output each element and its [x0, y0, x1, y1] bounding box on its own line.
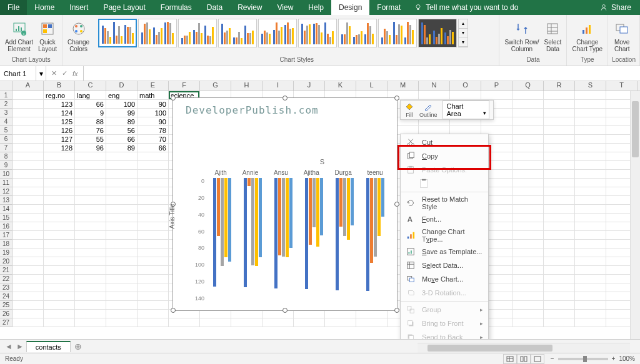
cell[interactable]: [544, 135, 575, 144]
cell[interactable]: [262, 310, 294, 318]
cell[interactable]: [512, 248, 544, 257]
cell[interactable]: [512, 144, 544, 152]
cell[interactable]: [512, 179, 544, 187]
cell[interactable]: [75, 301, 106, 310]
cell[interactable]: reg.no: [44, 91, 75, 100]
cell[interactable]: [106, 205, 138, 214]
cell[interactable]: [512, 283, 544, 292]
cell[interactable]: [419, 91, 450, 100]
cell[interactable]: [75, 196, 106, 205]
row-header[interactable]: 7: [0, 144, 12, 152]
cell[interactable]: 100: [138, 109, 169, 117]
cell[interactable]: [75, 257, 106, 266]
cell[interactable]: [106, 196, 138, 205]
row-header[interactable]: 21: [0, 266, 12, 275]
zoom-in-button[interactable]: +: [612, 355, 616, 362]
cell[interactable]: [106, 187, 138, 196]
view-page-layout-button[interactable]: [517, 354, 531, 364]
cell[interactable]: [138, 283, 169, 292]
row-header[interactable]: 13: [0, 196, 12, 205]
cell[interactable]: [138, 196, 169, 205]
cell[interactable]: [12, 91, 44, 100]
bar[interactable]: [320, 178, 323, 235]
bar[interactable]: [251, 178, 254, 265]
column-header[interactable]: E: [138, 81, 169, 91]
row-header[interactable]: 25: [0, 301, 12, 310]
cell[interactable]: [575, 231, 606, 240]
cell[interactable]: [512, 257, 544, 266]
cell[interactable]: [12, 152, 44, 161]
cell[interactable]: [12, 266, 44, 275]
cell[interactable]: [106, 292, 138, 301]
column-header[interactable]: B: [44, 81, 75, 91]
column-header[interactable]: T: [606, 81, 638, 91]
cell[interactable]: [512, 152, 544, 161]
column-header[interactable]: L: [356, 81, 388, 91]
cell[interactable]: 9: [75, 109, 106, 117]
bar[interactable]: [259, 178, 262, 257]
tab-help[interactable]: Help: [301, 0, 331, 15]
quick-layout-button[interactable]: Quick Layout: [37, 19, 58, 54]
bar[interactable]: [286, 178, 289, 257]
bar[interactable]: [351, 178, 354, 225]
cell[interactable]: [544, 100, 575, 109]
cell[interactable]: [512, 205, 544, 214]
view-normal-button[interactable]: [503, 354, 517, 364]
tab-data[interactable]: Data: [199, 0, 230, 15]
cell[interactable]: [512, 187, 544, 196]
bar-group[interactable]: [274, 178, 292, 302]
chart-object[interactable]: DeveloperPublish.com S Axis Title AjithA…: [172, 97, 398, 311]
cell[interactable]: [575, 91, 606, 100]
cell[interactable]: [12, 170, 44, 179]
column-header[interactable]: R: [544, 81, 575, 91]
switch-row-column-button[interactable]: Switch Row/ Column: [503, 19, 540, 54]
cell[interactable]: [44, 301, 75, 310]
cell[interactable]: [575, 266, 606, 275]
cell[interactable]: 126: [44, 126, 75, 135]
select-data-button[interactable]: Select Data: [542, 19, 562, 54]
cell[interactable]: [12, 292, 44, 301]
chart-style-thumb[interactable]: [378, 19, 417, 47]
bar[interactable]: [336, 178, 339, 290]
row-header[interactable]: 20: [0, 257, 12, 266]
tab-pagelayout[interactable]: Page Layout: [96, 0, 152, 15]
cell[interactable]: [544, 222, 575, 231]
bar[interactable]: [381, 178, 384, 217]
bar[interactable]: [282, 178, 285, 257]
cell[interactable]: 66: [106, 135, 138, 144]
fx-icon[interactable]: fx: [72, 70, 78, 77]
column-header[interactable]: N: [419, 81, 450, 91]
bar[interactable]: [224, 178, 228, 257]
cell[interactable]: [231, 318, 262, 327]
cell[interactable]: [75, 266, 106, 275]
cell[interactable]: [106, 170, 138, 179]
cell[interactable]: [12, 179, 44, 187]
cell[interactable]: [106, 161, 138, 170]
change-colors-button[interactable]: Change Colors: [66, 19, 91, 54]
sheet-nav-next[interactable]: ►: [15, 342, 25, 351]
cell[interactable]: [44, 170, 75, 179]
cell[interactable]: 89: [106, 117, 138, 126]
cell[interactable]: [575, 135, 606, 144]
cell[interactable]: [544, 257, 575, 266]
row-header[interactable]: 14: [0, 205, 12, 214]
cell[interactable]: [75, 310, 106, 318]
bar[interactable]: [274, 178, 278, 288]
chart-style-thumb[interactable]: [418, 19, 457, 47]
cell[interactable]: 99: [106, 109, 138, 117]
cell[interactable]: [575, 196, 606, 205]
chart-style-thumb[interactable]: [258, 19, 297, 47]
cell[interactable]: [356, 310, 388, 318]
cell[interactable]: [512, 100, 544, 109]
formula-input[interactable]: [84, 66, 640, 81]
tab-formulas[interactable]: Formulas: [153, 0, 199, 15]
row-header[interactable]: 27: [0, 318, 12, 327]
cell[interactable]: [512, 161, 544, 170]
cell[interactable]: 89: [106, 144, 138, 152]
add-sheet-button[interactable]: ⊕: [72, 340, 84, 353]
cell[interactable]: 70: [138, 135, 169, 144]
cell[interactable]: [12, 248, 44, 257]
bar-group[interactable]: [305, 178, 323, 302]
chart-plot-area[interactable]: [207, 178, 391, 302]
cell[interactable]: [75, 240, 106, 248]
